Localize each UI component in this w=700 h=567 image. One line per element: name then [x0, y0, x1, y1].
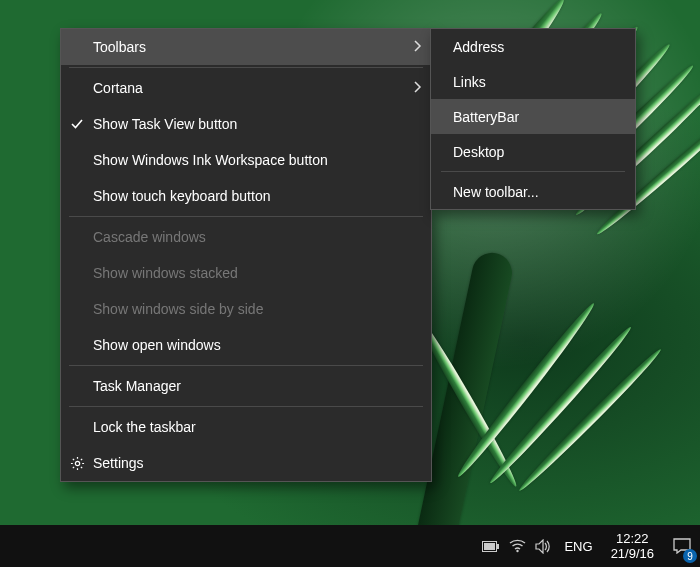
clock-time: 12:22	[611, 531, 654, 546]
menu-label: Show open windows	[93, 337, 431, 353]
menu-item-windows-side-by-side: Show windows side by side	[61, 291, 431, 327]
menu-item-show-ink-workspace[interactable]: Show Windows Ink Workspace button	[61, 142, 431, 178]
gear-icon	[61, 456, 93, 471]
menu-item-toolbars[interactable]: Toolbars	[61, 29, 431, 65]
toolbars-submenu: Address Links BatteryBar Desktop New too…	[430, 28, 636, 210]
menu-separator	[441, 171, 625, 172]
submenu-arrow-icon	[405, 80, 431, 96]
volume-tray-icon[interactable]	[530, 525, 556, 567]
submenu-item-links[interactable]: Links	[431, 64, 635, 99]
menu-item-show-touch-keyboard[interactable]: Show touch keyboard button	[61, 178, 431, 214]
menu-separator	[69, 406, 423, 407]
menu-item-cascade-windows: Cascade windows	[61, 219, 431, 255]
menu-item-show-open-windows[interactable]: Show open windows	[61, 327, 431, 363]
menu-label: Desktop	[453, 144, 635, 160]
menu-item-lock-taskbar[interactable]: Lock the taskbar	[61, 409, 431, 445]
desktop-background: Toolbars Cortana Show Task View button S…	[0, 0, 700, 567]
menu-item-windows-stacked: Show windows stacked	[61, 255, 431, 291]
submenu-arrow-icon	[405, 39, 431, 55]
checkmark-icon	[61, 117, 93, 131]
menu-label: Show Task View button	[93, 116, 431, 132]
menu-label: Links	[453, 74, 635, 90]
notification-badge: 9	[683, 549, 697, 563]
svg-point-4	[516, 550, 518, 552]
language-indicator[interactable]: ENG	[556, 539, 600, 554]
menu-label: Show touch keyboard button	[93, 188, 431, 204]
menu-label: Lock the taskbar	[93, 419, 431, 435]
menu-separator	[69, 216, 423, 217]
menu-separator	[69, 67, 423, 68]
menu-label: BatteryBar	[453, 109, 635, 125]
menu-label: Address	[453, 39, 635, 55]
menu-label: Show Windows Ink Workspace button	[93, 152, 431, 168]
menu-item-show-task-view[interactable]: Show Task View button	[61, 106, 431, 142]
menu-item-settings[interactable]: Settings	[61, 445, 431, 481]
clock-date: 21/9/16	[611, 546, 654, 561]
menu-label: Cascade windows	[93, 229, 431, 245]
wifi-tray-icon[interactable]	[504, 525, 530, 567]
menu-label: New toolbar...	[453, 184, 635, 200]
svg-point-0	[75, 461, 79, 465]
action-center-button[interactable]: 9	[664, 525, 700, 567]
menu-label: Task Manager	[93, 378, 431, 394]
svg-rect-3	[484, 543, 495, 550]
submenu-item-address[interactable]: Address	[431, 29, 635, 64]
menu-separator	[69, 365, 423, 366]
menu-item-task-manager[interactable]: Task Manager	[61, 368, 431, 404]
svg-rect-2	[497, 544, 499, 549]
submenu-item-new-toolbar[interactable]: New toolbar...	[431, 174, 635, 209]
menu-item-cortana[interactable]: Cortana	[61, 70, 431, 106]
submenu-item-desktop[interactable]: Desktop	[431, 134, 635, 169]
menu-label: Show windows side by side	[93, 301, 431, 317]
menu-label: Cortana	[93, 80, 405, 96]
menu-label: Toolbars	[93, 39, 405, 55]
taskbar-context-menu: Toolbars Cortana Show Task View button S…	[60, 28, 432, 482]
taskbar[interactable]: ENG 12:22 21/9/16 9	[0, 525, 700, 567]
menu-label: Settings	[93, 455, 431, 471]
battery-tray-icon[interactable]	[478, 525, 504, 567]
menu-label: Show windows stacked	[93, 265, 431, 281]
taskbar-clock[interactable]: 12:22 21/9/16	[601, 531, 664, 561]
submenu-item-batterybar[interactable]: BatteryBar	[431, 99, 635, 134]
